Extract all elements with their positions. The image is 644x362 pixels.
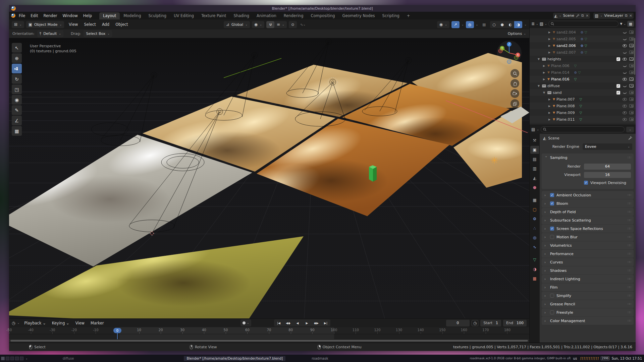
blender-menu-icon[interactable] <box>11 13 15 18</box>
hide-viewport-icon[interactable] <box>623 31 627 34</box>
expand-arrow-icon[interactable]: ▶ <box>548 44 551 47</box>
panel-checkbox[interactable]: ✓ <box>550 227 554 231</box>
outliner-row-diffuse[interactable]: ▼diffuse✓ <box>530 82 636 89</box>
outliner-row-plane.009[interactable]: ▶▼Plane.009▽ <box>530 109 636 116</box>
outliner-editor-icon[interactable]: ≣ <box>531 21 535 26</box>
tab-animation[interactable]: Animation <box>253 12 280 19</box>
unlink-scene-icon[interactable]: × <box>586 13 589 18</box>
snap-target-dropdown[interactable]: ≡⌄ <box>274 21 287 28</box>
disable-render-icon[interactable] <box>629 37 634 41</box>
playhead[interactable]: 0 <box>113 328 121 333</box>
properties-tab-physics[interactable]: ◎ <box>530 234 539 242</box>
properties-tab-scene[interactable]: ◭ <box>530 174 539 182</box>
drag-handle-icon[interactable]: ∷∷ <box>628 235 631 239</box>
new-scene-icon[interactable]: ⧉ <box>581 13 584 18</box>
object-visibility-dropdown[interactable]: ◉⌄ <box>437 21 449 28</box>
drag-handle-icon[interactable]: ∷∷ <box>628 286 631 289</box>
panel-checkbox[interactable] <box>550 310 554 314</box>
viewport-menu-add[interactable]: Add <box>99 21 112 27</box>
taskbar-window-diffuse[interactable]: diffuse <box>60 356 77 361</box>
disable-render-icon[interactable] <box>629 104 634 108</box>
enable-render-icon[interactable] <box>629 77 634 81</box>
tool-transform[interactable]: ◉ <box>12 95 22 105</box>
disable-render-icon[interactable] <box>629 98 634 101</box>
workspace-pager-icon[interactable] <box>20 357 23 360</box>
expand-arrow-icon[interactable]: ▶ <box>543 71 546 74</box>
proportional-editing-toggle[interactable]: ⊙ <box>289 21 297 28</box>
pager-arrow-icon[interactable]: ⌄ <box>25 357 28 360</box>
taskbar-clock[interactable]: Sun, 13 Oct 17:51 <box>611 357 642 360</box>
tab-texture-paint[interactable]: Texture Paint <box>198 12 230 19</box>
tab-compositing[interactable]: Compositing <box>307 12 338 19</box>
tab-sculpting[interactable]: Sculpting <box>145 12 170 19</box>
outliner-row-sand2.006[interactable]: ▶▼sand2.006⚙▽ <box>530 42 636 49</box>
panel-header[interactable]: ›Performance∷∷ <box>542 250 634 258</box>
drag-handle-icon[interactable]: ∷∷ <box>628 252 631 255</box>
collection-checkbox[interactable]: ✓ <box>616 84 620 88</box>
viewport-menu-view[interactable]: View <box>66 21 80 27</box>
expand-arrow-icon[interactable]: ▶ <box>548 38 551 41</box>
tray-icon[interactable]: ƒ <box>586 357 587 360</box>
properties-editor-icon[interactable]: ▤ <box>531 127 535 132</box>
panel-header[interactable]: ›Grease Pencil∷∷ <box>542 300 634 308</box>
expand-arrow-icon[interactable]: ▶ <box>548 31 551 34</box>
hide-viewport-icon[interactable] <box>623 92 627 94</box>
drag-handle-icon[interactable]: ∷∷ <box>628 277 631 281</box>
drag-handle-icon[interactable]: ∷∷ <box>628 193 631 197</box>
outliner-row-plane.006[interactable]: ▶▼Plane.006▽ <box>530 62 636 69</box>
workspace-pager-icon[interactable] <box>10 357 14 360</box>
transform-orientation-dropdown[interactable]: ⊿Global⌄ <box>224 21 250 28</box>
keyboard-layout-indicator[interactable]: us <box>573 357 577 360</box>
outliner-scrollbar[interactable] <box>634 38 635 75</box>
expand-arrow-icon[interactable]: ▶ <box>543 78 546 81</box>
render-engine-dropdown[interactable]: Eevee⌄ <box>583 143 632 150</box>
panel-header[interactable]: ›Film∷∷ <box>542 283 634 291</box>
enable-render-icon[interactable] <box>629 44 634 47</box>
menu-help[interactable]: Help <box>80 13 95 19</box>
show-viewport-icon[interactable] <box>623 58 627 61</box>
shading-solid-button[interactable]: ● <box>498 21 506 28</box>
workspace-pager-icon[interactable] <box>15 357 19 360</box>
xray-toggle[interactable]: ▩ <box>480 21 488 28</box>
properties-tab-view-layer[interactable]: ▥ <box>530 165 539 173</box>
timeline-menu-marker[interactable]: Marker <box>88 320 107 326</box>
tool-select-box[interactable]: ↖ <box>12 43 22 53</box>
properties-tab-object-data[interactable]: ▽ <box>530 256 539 264</box>
snap-toggle[interactable]: ∩ <box>266 21 274 28</box>
shading-dropdown[interactable]: ⌄ <box>524 23 527 26</box>
tab-shading[interactable]: Shading <box>230 12 253 19</box>
expand-arrow-icon[interactable]: ▶ <box>543 64 546 67</box>
show-viewport-icon[interactable] <box>623 105 627 108</box>
drag-handle-icon[interactable]: ∷∷ <box>628 260 631 264</box>
properties-tab-particles[interactable]: ∴ <box>530 224 539 232</box>
disable-render-icon[interactable] <box>629 51 634 54</box>
expand-arrow-icon[interactable]: ▼ <box>538 58 541 61</box>
properties-tab-object[interactable]: ▢ <box>530 205 539 214</box>
show-viewport-icon[interactable] <box>623 98 627 101</box>
disable-render-icon[interactable] <box>629 91 634 94</box>
outliner-row-plane.007[interactable]: ▶▼Plane.007▽ <box>530 96 636 103</box>
tool-cursor[interactable]: ⊕ <box>12 53 22 63</box>
panel-header[interactable]: ›Shadows∷∷ <box>542 266 634 275</box>
collection-checkbox[interactable]: ✓ <box>616 91 620 95</box>
tool-add-cube[interactable]: ▦ <box>12 126 22 136</box>
options-dropdown[interactable]: Options⌄ <box>508 32 526 36</box>
shading-rendered-button[interactable]: ◑ <box>514 21 522 28</box>
disable-render-icon[interactable] <box>629 71 634 74</box>
drag-handle-icon[interactable]: ∷∷ <box>628 269 631 272</box>
overlays-dropdown[interactable]: ⌄ <box>476 23 478 26</box>
properties-tab-output[interactable]: ▤ <box>530 155 539 163</box>
expand-arrow-icon[interactable]: ▶ <box>548 118 551 121</box>
drag-handle-icon[interactable]: ∷∷ <box>628 311 631 314</box>
sampling-viewport-field[interactable]: 16 <box>584 172 631 178</box>
drag-handle-icon[interactable]: ∷∷ <box>628 219 631 222</box>
start-frame-field[interactable]: Start 1 <box>480 320 501 326</box>
outliner-row-heights[interactable]: ▼heights✓ <box>530 56 636 62</box>
tray-icon[interactable]: ƒ <box>582 357 583 360</box>
orientation-setting-dropdown[interactable]: ⤒Default⌄ <box>37 30 63 37</box>
disable-render-icon[interactable] <box>629 118 634 121</box>
sampling-render-field[interactable]: 64 <box>584 164 631 170</box>
expand-arrow-icon[interactable]: ▼ <box>543 91 546 94</box>
auto-key-record-button[interactable] <box>243 321 246 324</box>
show-viewport-icon[interactable] <box>623 111 627 114</box>
